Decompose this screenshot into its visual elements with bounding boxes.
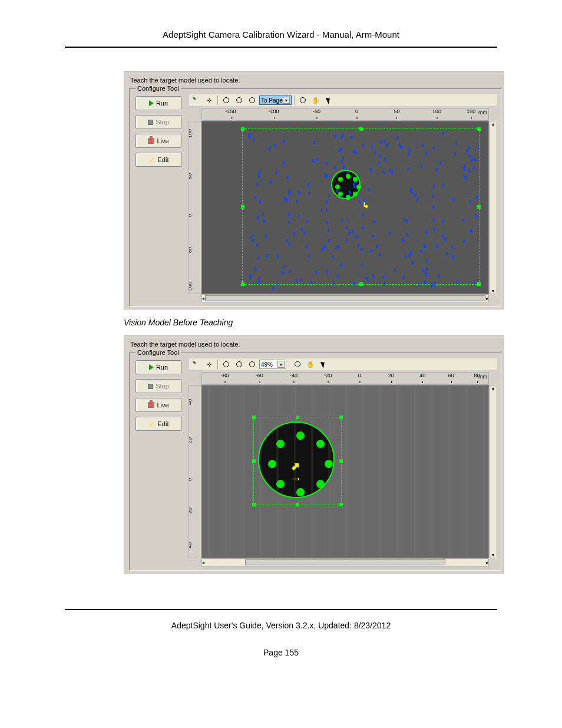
vector-feature xyxy=(259,200,262,203)
edit-button[interactable]: Edit xyxy=(135,417,181,431)
bolt-hole xyxy=(338,177,343,182)
vertical-scrollbar[interactable]: ▴▾ xyxy=(489,385,497,558)
play-icon xyxy=(149,100,154,106)
vector-feature xyxy=(297,190,300,194)
vector-feature xyxy=(433,281,435,285)
resize-handle[interactable] xyxy=(359,127,363,131)
resize-handle[interactable] xyxy=(241,205,244,209)
stop-icon xyxy=(148,384,153,389)
stop-icon xyxy=(148,120,153,125)
crosshair-icon[interactable]: ✛ xyxy=(203,359,215,370)
resize-handle[interactable] xyxy=(477,205,481,209)
vector-feature xyxy=(404,218,406,221)
ruler-tick: 0 xyxy=(355,108,358,114)
vector-feature xyxy=(266,254,268,258)
edit-button-label: Edit xyxy=(158,420,169,427)
resize-handle[interactable] xyxy=(241,282,244,286)
resize-handle[interactable] xyxy=(252,459,256,463)
resize-handle[interactable] xyxy=(359,282,363,286)
ruler-tick: -50 xyxy=(313,108,320,114)
resize-handle[interactable] xyxy=(477,282,481,286)
resize-handle[interactable] xyxy=(241,127,244,131)
resize-handle[interactable] xyxy=(252,503,256,506)
footer-rule xyxy=(65,609,497,610)
toolbar-separator xyxy=(289,360,289,369)
vector-feature xyxy=(308,192,310,195)
run-button[interactable]: Run xyxy=(135,96,181,110)
run-button[interactable]: Run xyxy=(135,360,181,374)
stop-button[interactable]: Stop xyxy=(135,379,181,393)
ruler-tick: 50 xyxy=(189,173,193,179)
screenshot-after-teaching: Teach the target model used to locate. C… xyxy=(124,335,504,574)
zoom-region-icon[interactable] xyxy=(297,95,309,106)
tools-icon[interactable] xyxy=(190,359,202,370)
figure-caption: Vision Model Before Teaching xyxy=(124,318,497,327)
image-canvas[interactable]: ⬈→ xyxy=(201,385,489,558)
vector-feature xyxy=(452,198,454,202)
crosshair-icon[interactable]: ✛ xyxy=(203,95,215,106)
vector-feature xyxy=(325,220,328,224)
vector-feature xyxy=(276,254,279,258)
vector-feature xyxy=(431,284,433,287)
resize-handle[interactable] xyxy=(296,416,299,419)
resize-handle[interactable] xyxy=(339,503,343,506)
vector-feature xyxy=(471,229,472,233)
stop-button-label: Stop xyxy=(156,118,169,126)
pan-icon[interactable] xyxy=(310,95,322,106)
screenshot-before-teaching: Teach the target model used to locate. C… xyxy=(124,71,504,309)
vector-feature xyxy=(288,192,290,195)
vector-feature xyxy=(444,238,446,241)
vector-feature xyxy=(340,263,343,267)
horizontal-scrollbar[interactable]: ◂▸ xyxy=(201,558,489,566)
texture-line xyxy=(362,386,365,558)
configure-tool-fieldset: Configure Tool Run Stop Live Edit ✛ To P… xyxy=(129,88,501,307)
texture-line xyxy=(276,386,279,558)
resize-handle[interactable] xyxy=(477,127,481,131)
texture-line xyxy=(379,386,382,558)
bolt-hole xyxy=(335,185,340,189)
ruler-tick: 20 xyxy=(388,373,394,378)
stop-button[interactable]: Stop xyxy=(135,115,181,129)
canvas-toolbar: ✛ 49%▾ xyxy=(189,358,497,371)
zoom-in-icon[interactable] xyxy=(220,359,232,370)
axis-indicator-icon: ⬈→ xyxy=(291,460,302,485)
zoom-100-icon[interactable] xyxy=(233,359,245,370)
bolt-hole xyxy=(316,440,325,448)
vector-feature xyxy=(341,218,343,222)
vector-feature xyxy=(383,140,385,144)
configure-tool-fieldset: Configure Tool Run Stop Live Edit ✛ 49%▾ xyxy=(129,353,501,571)
page-header-title: AdeptSight Camera Calibration Wizard - M… xyxy=(65,29,497,39)
vector-feature xyxy=(347,218,349,222)
pointer-icon[interactable] xyxy=(323,95,335,106)
chevron-down-icon: ▾ xyxy=(277,361,285,368)
zoom-level-label: To Page xyxy=(261,97,283,104)
zoom-out-icon[interactable] xyxy=(246,359,258,370)
live-button-label: Live xyxy=(157,401,168,409)
vector-feature xyxy=(321,208,323,212)
live-button[interactable]: Live xyxy=(135,398,181,412)
tools-icon[interactable] xyxy=(190,95,202,106)
vector-feature xyxy=(423,243,425,247)
vector-feature xyxy=(418,284,419,287)
horizontal-ruler: mm -150-100-50050100150 xyxy=(201,108,489,121)
pointer-icon[interactable] xyxy=(318,359,329,370)
resize-handle[interactable] xyxy=(252,416,256,419)
horizontal-scrollbar[interactable]: ◂▸ xyxy=(201,294,489,302)
edit-button[interactable]: Edit xyxy=(135,153,181,167)
pan-icon[interactable] xyxy=(305,359,316,370)
zoom-100-icon[interactable] xyxy=(233,95,245,106)
zoom-level-combo[interactable]: 49%▾ xyxy=(259,360,286,369)
pencil-icon xyxy=(148,420,156,427)
image-canvas[interactable]: ↳ xyxy=(201,121,489,294)
zoom-level-combo[interactable]: To Page▾ xyxy=(259,95,292,105)
zoom-region-icon[interactable] xyxy=(292,359,303,370)
vertical-scrollbar[interactable]: ▴▾ xyxy=(489,121,497,294)
zoom-out-icon[interactable] xyxy=(246,95,258,106)
live-button[interactable]: Live xyxy=(135,134,181,148)
zoom-in-icon[interactable] xyxy=(220,95,232,106)
resize-handle[interactable] xyxy=(296,503,299,506)
selection-rectangle[interactable] xyxy=(242,129,480,285)
resize-handle[interactable] xyxy=(339,459,343,463)
resize-handle[interactable] xyxy=(339,416,343,419)
vertical-ruler: 40200-20-40 xyxy=(189,385,201,558)
